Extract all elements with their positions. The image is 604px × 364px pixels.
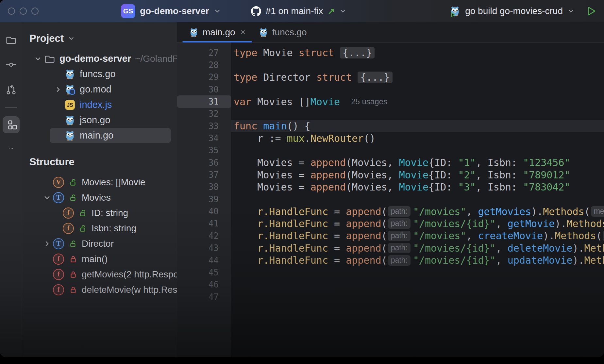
- project-widget[interactable]: GS go-demo-server: [121, 4, 221, 18]
- code-token: deleteMovie: [508, 242, 573, 254]
- line-number[interactable]: 32: [177, 108, 231, 120]
- code-line[interactable]: 36 Movies = append(Movies, Movie{ID: "1"…: [177, 157, 604, 169]
- vcs-widget[interactable]: #1 on main-fix ↗: [251, 6, 347, 16]
- minimize-window-button[interactable]: [20, 8, 27, 15]
- project-tree-item[interactable]: main.go: [50, 128, 171, 143]
- lock-open-icon: [77, 224, 89, 233]
- project-tree-item[interactable]: json.go: [22, 112, 177, 128]
- code-token: [234, 206, 257, 217]
- code-token: append: [346, 255, 381, 266]
- structure-item[interactable]: fID: string: [22, 205, 177, 221]
- code-text: r.HandleFunc = append(path:"/movies/{id}…: [231, 218, 604, 230]
- structure-item[interactable]: fIsbn: string: [22, 221, 177, 236]
- code-token: "2": [458, 169, 476, 181]
- line-number[interactable]: 44: [177, 254, 231, 266]
- line-number[interactable]: 33: [177, 120, 231, 132]
- code-token: [234, 242, 257, 254]
- code-line[interactable]: 34 r := mux.NewRouter(): [177, 132, 604, 144]
- structure-item[interactable]: VMovies: []Movie: [22, 174, 177, 190]
- zoom-window-button[interactable]: [31, 8, 39, 15]
- line-number[interactable]: 38: [177, 181, 231, 193]
- more-tool-windows-button[interactable]: [3, 141, 20, 158]
- line-number[interactable]: 28: [177, 59, 231, 71]
- code-line[interactable]: 45: [177, 266, 604, 278]
- code-line[interactable]: 41 r.HandleFunc = append(path:"/movies/{…: [177, 218, 604, 230]
- pull-requests-tool-button[interactable]: [3, 81, 20, 98]
- code-line[interactable]: 44 r.HandleFunc = append(path:"/movies/{…: [177, 254, 604, 266]
- code-token: (: [381, 230, 387, 241]
- code-line[interactable]: 37 Movies = append(Movies, Movie{ID: "2"…: [177, 169, 604, 181]
- code-token: =: [328, 255, 346, 266]
- code-token: append: [346, 230, 381, 241]
- line-number[interactable]: 36: [177, 157, 231, 169]
- chevron-right-icon[interactable]: [52, 86, 64, 93]
- line-number[interactable]: 31: [177, 95, 231, 108]
- code-line[interactable]: 27type Movie struct {...}: [177, 47, 604, 59]
- code-line[interactable]: 28: [177, 59, 604, 71]
- line-number[interactable]: 45: [177, 266, 231, 278]
- line-number[interactable]: 40: [177, 205, 231, 217]
- folded-region[interactable]: {...}: [340, 47, 375, 58]
- chevron-down-icon[interactable]: [32, 55, 44, 63]
- line-number[interactable]: 27: [177, 47, 231, 59]
- line-number[interactable]: 41: [177, 218, 231, 230]
- line-number[interactable]: 30: [177, 83, 231, 95]
- close-window-button[interactable]: [8, 8, 15, 15]
- line-number[interactable]: 39: [177, 193, 231, 205]
- code-line[interactable]: 43 r.HandleFunc = append(path:"/movies/{…: [177, 242, 604, 254]
- line-number[interactable]: 42: [177, 230, 231, 242]
- code-line[interactable]: 47: [177, 291, 604, 303]
- code-line[interactable]: 35: [177, 144, 604, 157]
- structure-item[interactable]: fgetMovies(2 http.ResponseWrite: [22, 267, 177, 282]
- structure-item[interactable]: fmain(): [22, 251, 177, 267]
- code-line[interactable]: 40 r.HandleFunc = append(path:"/movies",…: [177, 205, 604, 217]
- run-button[interactable]: [586, 6, 597, 17]
- line-number[interactable]: 29: [177, 71, 231, 83]
- structure-item[interactable]: TDirector: [22, 236, 177, 251]
- usages-hint[interactable]: 25 usages: [351, 97, 387, 106]
- project-tree-item[interactable]: go-demo-server~/GolandProjects/: [22, 51, 177, 66]
- code-line[interactable]: 46: [177, 279, 604, 291]
- code-line[interactable]: 30: [177, 83, 604, 95]
- line-number[interactable]: 37: [177, 169, 231, 181]
- code-token: "/movies/{id}": [413, 218, 496, 229]
- line-number[interactable]: 43: [177, 242, 231, 254]
- project-badge: GS: [121, 4, 135, 18]
- structure-tool-button[interactable]: [3, 116, 20, 133]
- structure-tree: VMovies: []MovieTMoviesfID: stringfIsbn:…: [22, 174, 177, 297]
- project-tree-item[interactable]: funcs.go: [22, 66, 177, 82]
- code-text: var Movies []Movie25 usages: [231, 95, 604, 108]
- inlay-hint: path:: [388, 255, 411, 266]
- lock-open-icon: [67, 178, 79, 187]
- code-line[interactable]: 38 Movies = append(Movies, Movie{ID: "3"…: [177, 181, 604, 193]
- tab-main-go[interactable]: main.go ×: [182, 22, 252, 42]
- project-tool-button[interactable]: [3, 31, 20, 48]
- run-config-label: go build go-movies-crud: [465, 6, 563, 16]
- code-line[interactable]: 29type Director struct {...}: [177, 71, 604, 83]
- symbol-kind-badge: f: [63, 207, 74, 219]
- structure-item[interactable]: fdeleteMovie(w http.ResponseWr: [22, 282, 177, 297]
- lock-open-icon: [77, 209, 89, 217]
- project-tree-item[interactable]: JSindex.js: [22, 97, 177, 112]
- structure-item[interactable]: TMovies: [22, 190, 177, 205]
- project-panel-header[interactable]: Project: [22, 22, 177, 48]
- code-editor[interactable]: 27type Movie struct {...}2829type Direct…: [177, 42, 604, 357]
- code-line[interactable]: 31var Movies []Movie25 usages: [177, 95, 604, 108]
- close-icon[interactable]: ×: [241, 27, 245, 37]
- code-line[interactable]: 39: [177, 193, 604, 205]
- commit-tool-button[interactable]: [3, 56, 20, 73]
- code-text: [231, 279, 604, 291]
- code-line[interactable]: 33func main() {: [177, 120, 604, 132]
- line-number[interactable]: 47: [177, 291, 231, 303]
- line-number[interactable]: 35: [177, 144, 231, 157]
- code-line[interactable]: 32: [177, 108, 604, 120]
- folded-region[interactable]: {...}: [358, 72, 392, 83]
- chevron-down-icon[interactable]: [41, 194, 53, 202]
- chevron-right-icon[interactable]: [41, 240, 53, 248]
- line-number[interactable]: 46: [177, 279, 231, 291]
- tab-funcs-go[interactable]: funcs.go: [252, 22, 313, 42]
- code-line[interactable]: 42 r.HandleFunc = append(path:"/movies",…: [177, 230, 604, 242]
- line-number[interactable]: 34: [177, 132, 231, 144]
- project-tree-item[interactable]: go.mod: [22, 82, 177, 97]
- run-config-widget[interactable]: go build go-movies-crud: [449, 6, 575, 17]
